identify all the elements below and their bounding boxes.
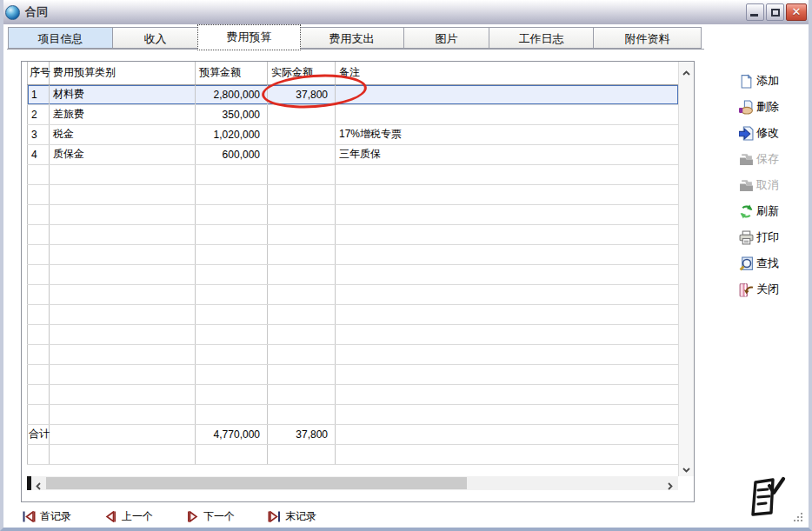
cell-actual[interactable] (268, 224, 336, 244)
cell-budget[interactable]: 350,000 (196, 104, 268, 124)
cell-budget[interactable] (196, 324, 268, 344)
cell-budget[interactable]: 2,800,000 (196, 84, 268, 104)
scroll-up-icon[interactable] (682, 66, 691, 76)
cell-actual[interactable]: 37,800 (268, 84, 336, 104)
cell-remark[interactable] (336, 204, 679, 224)
delete-button[interactable]: 删除 (739, 99, 779, 115)
cell-budget[interactable] (196, 164, 268, 184)
cell-no[interactable]: 1 (28, 84, 50, 104)
cell-category[interactable] (50, 404, 196, 424)
first-record-button[interactable]: 首记录 (23, 509, 71, 524)
table-row-3[interactable]: 3税金1,020,00017%增税专票 (28, 124, 679, 144)
cell-category[interactable] (50, 244, 196, 264)
table-row-empty[interactable] (28, 364, 679, 384)
scroll-left-icon[interactable] (34, 479, 43, 488)
cell-actual[interactable] (268, 244, 336, 264)
table-row-empty[interactable] (28, 304, 679, 324)
cell-budget[interactable] (196, 184, 268, 204)
cell-category[interactable] (50, 164, 196, 184)
table-row-empty[interactable] (28, 184, 679, 204)
cell-budget[interactable] (196, 204, 268, 224)
cell-no[interactable] (28, 344, 50, 364)
cell-no[interactable] (28, 284, 50, 304)
cell-no[interactable] (28, 444, 50, 464)
resize-grip[interactable] (791, 510, 804, 523)
cell-actual[interactable] (268, 324, 336, 344)
cell-remark[interactable]: 三年质保 (336, 144, 679, 164)
last-record-button[interactable]: 末记录 (268, 509, 316, 524)
cell-no[interactable] (28, 224, 50, 244)
cell-remark[interactable] (336, 404, 679, 424)
cell-budget[interactable]: 600,000 (196, 144, 268, 164)
cell-no[interactable]: 4 (28, 144, 50, 164)
close-button[interactable] (786, 3, 807, 21)
table-row-1[interactable]: 1材料费2,800,00037,800 (28, 84, 679, 104)
cell-actual[interactable] (268, 264, 336, 284)
scroll-down-icon[interactable] (682, 462, 691, 472)
cell-no[interactable] (28, 364, 50, 384)
cell-actual[interactable] (268, 184, 336, 204)
cell-budget[interactable] (196, 304, 268, 324)
cell-category[interactable]: 质保金 (50, 144, 196, 164)
tab-expense-spending[interactable]: 费用支出 (300, 27, 404, 49)
cell-actual[interactable] (268, 304, 336, 324)
cell-budget[interactable] (196, 284, 268, 304)
cell-budget[interactable] (196, 444, 268, 464)
cell-actual[interactable] (268, 164, 336, 184)
cell-no[interactable]: 2 (28, 104, 50, 124)
cell-category[interactable] (50, 364, 196, 384)
close-button[interactable]: 关闭 (739, 282, 779, 297)
prev-record-button[interactable]: 上一个 (104, 509, 153, 524)
table-row-empty[interactable] (28, 224, 679, 244)
table-row-empty[interactable] (28, 204, 679, 224)
cell-budget[interactable] (196, 384, 268, 404)
minimize-button[interactable] (746, 3, 764, 21)
cell-actual[interactable] (268, 124, 336, 144)
cell-no[interactable] (28, 164, 50, 184)
tab-expense-budget[interactable]: 费用预算 (197, 24, 301, 50)
cell-budget[interactable] (196, 344, 268, 364)
cell-no[interactable] (28, 184, 50, 204)
cell-remark[interactable] (336, 444, 679, 464)
table-row-empty[interactable] (28, 344, 679, 364)
cell-no[interactable] (28, 304, 50, 324)
cell-no[interactable] (28, 404, 50, 424)
cell-remark[interactable] (336, 324, 679, 344)
cell-category[interactable] (50, 184, 196, 204)
cell-remark[interactable] (336, 224, 679, 244)
find-button[interactable]: 查找 (739, 256, 779, 271)
cell-category[interactable] (50, 264, 196, 284)
table-row-empty[interactable] (28, 164, 679, 184)
cell-remark[interactable] (336, 284, 679, 304)
cell-category[interactable] (50, 444, 196, 464)
cell-actual[interactable] (268, 204, 336, 224)
cell-budget[interactable] (196, 264, 268, 284)
cell-no[interactable]: 3 (28, 124, 50, 144)
cell-remark[interactable]: 17%增税专票 (336, 124, 679, 144)
cell-no[interactable] (28, 244, 50, 264)
cell-no[interactable] (28, 264, 50, 284)
cell-budget[interactable] (196, 364, 268, 384)
refresh-button[interactable]: 刷新 (739, 203, 779, 219)
cell-remark[interactable] (336, 104, 679, 124)
cell-budget[interactable] (196, 404, 268, 424)
cell-remark[interactable] (336, 264, 679, 284)
cell-actual[interactable] (268, 364, 336, 384)
scroll-right-icon[interactable] (665, 479, 675, 488)
table-row-empty[interactable] (28, 444, 679, 464)
tab-income[interactable]: 收入 (113, 27, 198, 49)
cell-remark[interactable] (336, 184, 679, 204)
cell-budget[interactable] (196, 224, 268, 244)
horizontal-scroll-thumb[interactable] (46, 477, 467, 489)
cell-actual[interactable] (268, 284, 336, 304)
cell-category[interactable]: 差旅费 (50, 104, 196, 124)
table-row-4[interactable]: 4质保金600,000三年质保 (28, 144, 679, 164)
table-row-empty[interactable] (28, 324, 679, 344)
cell-actual[interactable] (268, 404, 336, 424)
cell-budget[interactable] (196, 244, 268, 264)
table-row-empty[interactable] (28, 404, 679, 424)
cell-category[interactable] (50, 204, 196, 224)
cell-remark[interactable] (336, 244, 679, 264)
table-row-empty[interactable] (28, 244, 679, 264)
cell-actual[interactable] (268, 144, 336, 164)
